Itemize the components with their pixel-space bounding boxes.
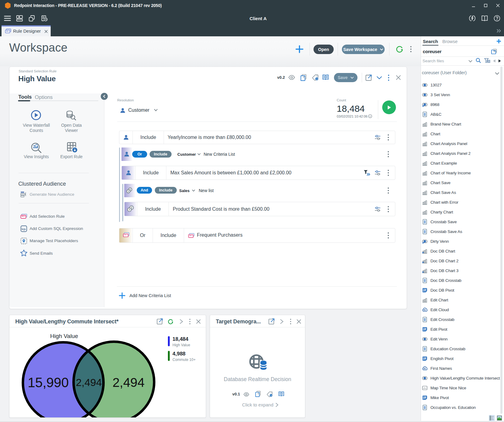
svg-text:2,494: 2,494	[112, 375, 144, 390]
svg-text:High Value: High Value	[50, 333, 78, 339]
svg-text:$: $	[129, 208, 130, 211]
svg-text:v0: v0	[270, 395, 272, 396]
svg-text:SQL: SQL	[21, 228, 26, 231]
svg-text:15,990: 15,990	[28, 375, 69, 390]
svg-text:v0: v0	[316, 78, 317, 80]
svg-text:2,494: 2,494	[76, 377, 102, 388]
